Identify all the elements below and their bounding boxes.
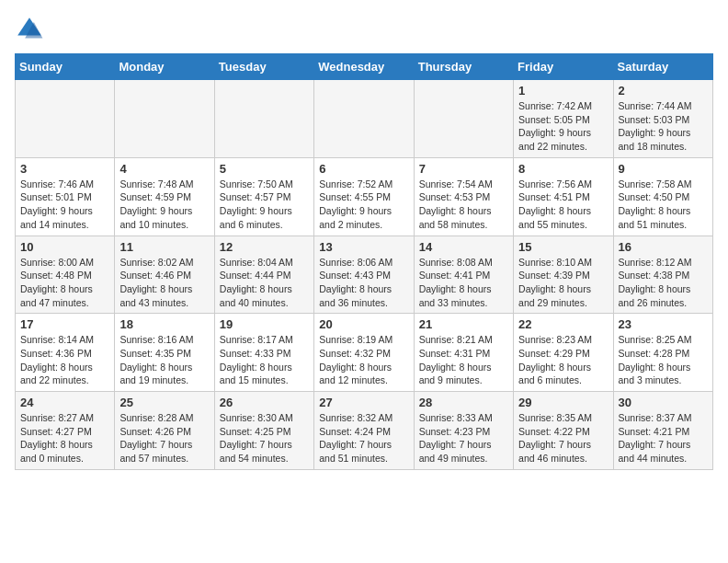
week-row-5: 24Sunrise: 8:27 AM Sunset: 4:27 PM Dayli… — [16, 392, 713, 470]
day-number: 22 — [518, 317, 608, 331]
calendar-cell — [214, 80, 313, 158]
calendar-cell: 4Sunrise: 7:48 AM Sunset: 4:59 PM Daylig… — [115, 157, 214, 236]
day-number: 27 — [319, 396, 408, 409]
day-number: 14 — [419, 240, 508, 254]
header-wednesday: Wednesday — [314, 54, 414, 80]
calendar-cell: 21Sunrise: 8:21 AM Sunset: 4:31 PM Dayli… — [414, 314, 513, 392]
day-info: Sunrise: 7:44 AM Sunset: 5:03 PM Dayligh… — [619, 99, 708, 154]
calendar-cell: 22Sunrise: 8:23 AM Sunset: 4:29 PM Dayli… — [514, 314, 613, 392]
day-info: Sunrise: 8:23 AM Sunset: 4:29 PM Dayligh… — [518, 333, 608, 387]
calendar-cell: 1Sunrise: 7:42 AM Sunset: 5:05 PM Daylig… — [514, 80, 613, 158]
week-row-4: 17Sunrise: 8:14 AM Sunset: 4:36 PM Dayli… — [16, 314, 713, 392]
calendar-cell — [16, 80, 115, 158]
day-number: 9 — [619, 162, 708, 176]
day-number: 8 — [518, 162, 608, 176]
calendar-cell: 3Sunrise: 7:46 AM Sunset: 5:01 PM Daylig… — [16, 157, 115, 236]
day-number: 1 — [518, 84, 608, 98]
calendar-cell: 2Sunrise: 7:44 AM Sunset: 5:03 PM Daylig… — [613, 80, 712, 158]
calendar-cell: 23Sunrise: 8:25 AM Sunset: 4:28 PM Dayli… — [613, 314, 712, 392]
header-friday: Friday — [514, 54, 613, 80]
day-info: Sunrise: 8:17 AM Sunset: 4:33 PM Dayligh… — [220, 333, 309, 387]
day-number: 16 — [619, 240, 708, 254]
header-sunday: Sunday — [16, 54, 115, 80]
day-number: 25 — [119, 396, 209, 409]
logo-icon — [15, 15, 44, 44]
day-info: Sunrise: 7:48 AM Sunset: 4:59 PM Dayligh… — [119, 178, 209, 232]
calendar-header-row: SundayMondayTuesdayWednesdayThursdayFrid… — [16, 54, 713, 80]
day-info: Sunrise: 7:58 AM Sunset: 4:50 PM Dayligh… — [619, 178, 708, 232]
logo — [15, 15, 48, 44]
day-info: Sunrise: 7:42 AM Sunset: 5:05 PM Dayligh… — [518, 99, 608, 154]
day-info: Sunrise: 8:33 AM Sunset: 4:23 PM Dayligh… — [419, 411, 508, 465]
header-tuesday: Tuesday — [214, 54, 313, 80]
week-row-1: 1Sunrise: 7:42 AM Sunset: 5:05 PM Daylig… — [16, 80, 713, 158]
day-info: Sunrise: 8:12 AM Sunset: 4:38 PM Dayligh… — [619, 256, 708, 310]
day-number: 4 — [119, 162, 209, 176]
calendar-cell: 30Sunrise: 8:37 AM Sunset: 4:21 PM Dayli… — [613, 392, 712, 470]
calendar-cell — [314, 80, 414, 158]
calendar-cell: 26Sunrise: 8:30 AM Sunset: 4:25 PM Dayli… — [214, 392, 313, 470]
day-info: Sunrise: 7:54 AM Sunset: 4:53 PM Dayligh… — [419, 178, 508, 232]
day-info: Sunrise: 8:21 AM Sunset: 4:31 PM Dayligh… — [419, 333, 508, 387]
day-number: 29 — [518, 396, 608, 409]
calendar-cell: 28Sunrise: 8:33 AM Sunset: 4:23 PM Dayli… — [414, 392, 513, 470]
day-info: Sunrise: 7:56 AM Sunset: 4:51 PM Dayligh… — [518, 178, 608, 232]
day-info: Sunrise: 8:25 AM Sunset: 4:28 PM Dayligh… — [619, 333, 708, 387]
day-info: Sunrise: 7:50 AM Sunset: 4:57 PM Dayligh… — [220, 178, 309, 232]
calendar-cell: 9Sunrise: 7:58 AM Sunset: 4:50 PM Daylig… — [613, 157, 712, 236]
calendar-cell: 29Sunrise: 8:35 AM Sunset: 4:22 PM Dayli… — [514, 392, 613, 470]
day-info: Sunrise: 8:04 AM Sunset: 4:44 PM Dayligh… — [220, 256, 309, 310]
day-number: 13 — [319, 240, 408, 254]
day-info: Sunrise: 8:08 AM Sunset: 4:41 PM Dayligh… — [419, 256, 508, 310]
calendar-cell: 7Sunrise: 7:54 AM Sunset: 4:53 PM Daylig… — [414, 157, 513, 236]
day-info: Sunrise: 7:46 AM Sunset: 5:01 PM Dayligh… — [20, 178, 109, 232]
calendar-cell — [414, 80, 513, 158]
day-info: Sunrise: 8:16 AM Sunset: 4:35 PM Dayligh… — [119, 333, 209, 387]
calendar-cell: 24Sunrise: 8:27 AM Sunset: 4:27 PM Dayli… — [16, 392, 115, 470]
day-info: Sunrise: 8:28 AM Sunset: 4:26 PM Dayligh… — [119, 411, 209, 465]
day-number: 7 — [419, 162, 508, 176]
day-info: Sunrise: 8:32 AM Sunset: 4:24 PM Dayligh… — [319, 411, 408, 465]
day-info: Sunrise: 8:02 AM Sunset: 4:46 PM Dayligh… — [119, 256, 209, 310]
calendar-cell: 13Sunrise: 8:06 AM Sunset: 4:43 PM Dayli… — [314, 236, 414, 314]
day-number: 18 — [119, 317, 209, 331]
calendar-table: SundayMondayTuesdayWednesdayThursdayFrid… — [15, 53, 713, 470]
calendar-cell: 6Sunrise: 7:52 AM Sunset: 4:55 PM Daylig… — [314, 157, 414, 236]
day-number: 26 — [220, 396, 309, 409]
day-number: 3 — [20, 162, 109, 176]
day-info: Sunrise: 8:14 AM Sunset: 4:36 PM Dayligh… — [20, 333, 109, 387]
calendar-cell: 16Sunrise: 8:12 AM Sunset: 4:38 PM Dayli… — [613, 236, 712, 314]
day-info: Sunrise: 8:27 AM Sunset: 4:27 PM Dayligh… — [20, 411, 109, 465]
day-number: 30 — [619, 396, 708, 409]
day-number: 11 — [119, 240, 209, 254]
day-info: Sunrise: 8:30 AM Sunset: 4:25 PM Dayligh… — [220, 411, 309, 465]
day-number: 24 — [20, 396, 109, 409]
calendar-cell: 27Sunrise: 8:32 AM Sunset: 4:24 PM Dayli… — [314, 392, 414, 470]
calendar-cell: 19Sunrise: 8:17 AM Sunset: 4:33 PM Dayli… — [214, 314, 313, 392]
calendar-cell: 25Sunrise: 8:28 AM Sunset: 4:26 PM Dayli… — [115, 392, 214, 470]
day-number: 6 — [319, 162, 408, 176]
week-row-3: 10Sunrise: 8:00 AM Sunset: 4:48 PM Dayli… — [16, 236, 713, 314]
day-info: Sunrise: 8:37 AM Sunset: 4:21 PM Dayligh… — [619, 411, 708, 465]
day-info: Sunrise: 8:00 AM Sunset: 4:48 PM Dayligh… — [20, 256, 109, 310]
page-header — [15, 15, 713, 44]
calendar-cell: 18Sunrise: 8:16 AM Sunset: 4:35 PM Dayli… — [115, 314, 214, 392]
day-number: 15 — [518, 240, 608, 254]
day-number: 2 — [619, 84, 708, 98]
header-saturday: Saturday — [613, 54, 712, 80]
week-row-2: 3Sunrise: 7:46 AM Sunset: 5:01 PM Daylig… — [16, 157, 713, 236]
day-number: 23 — [619, 317, 708, 331]
calendar-cell — [115, 80, 214, 158]
day-number: 5 — [220, 162, 309, 176]
day-number: 17 — [20, 317, 109, 331]
calendar-cell: 8Sunrise: 7:56 AM Sunset: 4:51 PM Daylig… — [514, 157, 613, 236]
calendar-cell: 14Sunrise: 8:08 AM Sunset: 4:41 PM Dayli… — [414, 236, 513, 314]
day-info: Sunrise: 8:19 AM Sunset: 4:32 PM Dayligh… — [319, 333, 408, 387]
calendar-cell: 11Sunrise: 8:02 AM Sunset: 4:46 PM Dayli… — [115, 236, 214, 314]
day-info: Sunrise: 7:52 AM Sunset: 4:55 PM Dayligh… — [319, 178, 408, 232]
day-number: 10 — [20, 240, 109, 254]
calendar-cell: 12Sunrise: 8:04 AM Sunset: 4:44 PM Dayli… — [214, 236, 313, 314]
day-info: Sunrise: 8:35 AM Sunset: 4:22 PM Dayligh… — [518, 411, 608, 465]
day-number: 20 — [319, 317, 408, 331]
day-number: 28 — [419, 396, 508, 409]
